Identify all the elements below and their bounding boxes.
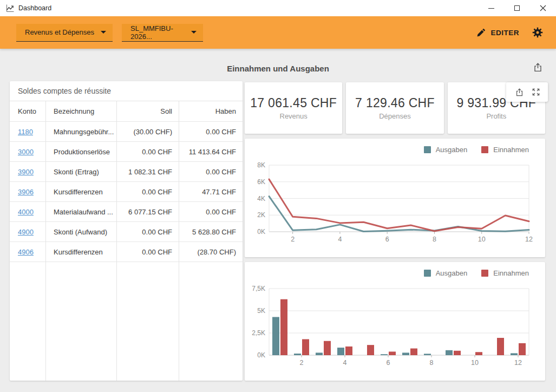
cell-konto: 1180 bbox=[10, 122, 46, 142]
kpi-card-depenses: 7 129.46 CHF Dépenses bbox=[346, 82, 443, 134]
svg-text:2: 2 bbox=[300, 359, 304, 367]
table-header-row: Konto Bezeichnung Soll Haben bbox=[10, 101, 243, 122]
table-row: 3000Produktionserlöse0.00 CHF11 413.64 C… bbox=[10, 142, 243, 162]
svg-text:6: 6 bbox=[387, 359, 390, 367]
cell-soll: 0.00 CHF bbox=[117, 142, 179, 162]
svg-text:10: 10 bbox=[471, 359, 479, 367]
cell-konto: 3900 bbox=[10, 162, 46, 182]
konto-link[interactable]: 3000 bbox=[18, 148, 34, 156]
file-select[interactable]: SL_MMFIBU-2026... bbox=[122, 24, 203, 42]
table-row: 4906Kursdifferenzen0.00 CHF(28.70 CHF) bbox=[10, 242, 243, 262]
maximize-button[interactable] bbox=[504, 0, 530, 16]
page-title: Einnahmen und Ausgaben bbox=[0, 64, 556, 73]
dashboard-content: Einnahmen und Ausgaben Soldes comptes de… bbox=[0, 49, 556, 392]
window-controls bbox=[478, 0, 556, 16]
minimize-button[interactable] bbox=[478, 0, 504, 16]
cell-haben: 5 628.80 CHF bbox=[179, 222, 243, 242]
table-body: 1180Mahnungsgebühr...(30.00 CHF)0.00 CHF… bbox=[10, 122, 243, 262]
cell-bezeichnung: Kursdifferenzen bbox=[46, 182, 117, 202]
edit-button-label: EDITER bbox=[490, 29, 519, 37]
kpi-value: 17 061.45 CHF bbox=[250, 96, 337, 110]
cell-konto: 4000 bbox=[10, 202, 46, 222]
svg-text:6K: 6K bbox=[257, 178, 265, 186]
kpi-label: Revenus bbox=[280, 112, 308, 120]
svg-text:2: 2 bbox=[291, 236, 295, 243]
cell-soll: 0.00 CHF bbox=[117, 242, 179, 262]
svg-text:4: 4 bbox=[338, 236, 342, 243]
chevron-down-icon bbox=[101, 31, 106, 34]
line-chart: 0K2K4K6K8K24681012 bbox=[245, 139, 545, 257]
close-button[interactable] bbox=[530, 0, 556, 16]
svg-text:8: 8 bbox=[430, 359, 434, 367]
konto-link[interactable]: 4906 bbox=[18, 248, 34, 256]
cell-soll: (30.00 CHF) bbox=[117, 122, 179, 142]
column-header-konto: Konto bbox=[10, 101, 46, 122]
kpi-card-revenus: 17 061.45 CHF Revenus bbox=[245, 82, 342, 134]
cell-soll: 1 082.31 CHF bbox=[117, 162, 179, 182]
minimize-icon bbox=[488, 8, 494, 9]
dashboard-select[interactable]: Revenus et Dépenses bbox=[16, 24, 113, 42]
svg-text:7,5K: 7,5K bbox=[252, 285, 265, 292]
table-row: 3906Kursdifferenzen0.00 CHF47.71 CHF bbox=[10, 182, 243, 202]
line-chart-card: AusgabenEinnahmen 0K2K4K6K8K24681012 bbox=[245, 139, 545, 257]
table-row: 4900Skonti (Aufwand)0.00 CHF5 628.80 CHF bbox=[10, 222, 243, 242]
kpi-label: Profits bbox=[486, 112, 506, 120]
settings-button[interactable] bbox=[532, 27, 543, 38]
konto-link[interactable]: 1180 bbox=[18, 128, 33, 136]
cell-konto: 4906 bbox=[10, 242, 46, 262]
konto-link[interactable]: 4000 bbox=[18, 208, 34, 216]
konto-link[interactable]: 3906 bbox=[18, 188, 34, 196]
table-row: 1180Mahnungsgebühr...(30.00 CHF)0.00 CHF bbox=[10, 122, 243, 142]
gear-icon bbox=[532, 27, 543, 38]
konto-link[interactable]: 4900 bbox=[18, 228, 34, 236]
cell-soll: 0.00 CHF bbox=[117, 222, 179, 242]
cell-haben: 0.00 CHF bbox=[179, 202, 243, 222]
cell-bezeichnung: Skonti (Ertrag) bbox=[46, 162, 117, 182]
cell-bezeichnung: Materialaufwand ... bbox=[46, 202, 117, 222]
svg-text:4: 4 bbox=[343, 359, 347, 367]
cell-haben: 47.71 CHF bbox=[179, 182, 243, 202]
konto-link[interactable]: 3900 bbox=[18, 168, 34, 176]
svg-text:10: 10 bbox=[478, 236, 486, 243]
svg-text:5K: 5K bbox=[257, 307, 265, 315]
edit-button[interactable]: EDITER bbox=[476, 28, 519, 37]
dashboard-chart-icon bbox=[5, 4, 15, 13]
close-icon bbox=[540, 5, 546, 11]
window-titlebar: Dashboard bbox=[0, 0, 556, 16]
cell-haben: (28.70 CHF) bbox=[179, 242, 243, 262]
cell-bezeichnung: Skonti (Aufwand) bbox=[46, 222, 117, 242]
bar-chart-card: AusgabenEinnahmen 0K2,5K5K7,5K24681012 bbox=[245, 262, 545, 381]
table-title: Soldes comptes de réussite bbox=[10, 81, 243, 101]
svg-text:8: 8 bbox=[433, 236, 436, 243]
svg-text:12: 12 bbox=[525, 236, 533, 243]
export-widget-button[interactable] bbox=[515, 88, 524, 97]
svg-text:4K: 4K bbox=[257, 195, 265, 202]
kpi-value: 7 129.46 CHF bbox=[355, 96, 435, 110]
pencil-icon bbox=[476, 28, 486, 37]
cell-bezeichnung: Mahnungsgebühr... bbox=[46, 122, 117, 142]
file-select-value: SL_MMFIBU-2026... bbox=[130, 24, 191, 41]
column-header-bezeichnung: Bezeichnung bbox=[46, 101, 117, 122]
dashboard-select-value: Revenus et Dépenses bbox=[25, 28, 94, 36]
cell-soll: 6 077.15 CHF bbox=[117, 202, 179, 222]
kpi-row: 17 061.45 CHF Revenus 7 129.46 CHF Dépen… bbox=[245, 82, 545, 134]
cell-bezeichnung: Kursdifferenzen bbox=[46, 242, 117, 262]
cell-haben: 0.00 CHF bbox=[179, 122, 243, 142]
table-empty-area bbox=[10, 262, 243, 381]
cell-konto: 3906 bbox=[10, 182, 46, 202]
widget-hover-toolbar bbox=[506, 82, 548, 102]
svg-text:2K: 2K bbox=[257, 211, 265, 219]
expand-widget-button[interactable] bbox=[532, 88, 540, 96]
cell-haben: 11 413.64 CHF bbox=[179, 142, 243, 162]
chevron-down-icon bbox=[191, 31, 197, 34]
kpi-label: Dépenses bbox=[379, 112, 411, 120]
app-toolbar: Revenus et Dépenses SL_MMFIBU-2026... ED… bbox=[0, 16, 556, 49]
table-row: 4000Materialaufwand ...6 077.15 CHF0.00 … bbox=[10, 202, 243, 222]
cell-haben: 0.00 CHF bbox=[179, 162, 243, 182]
export-dashboard-button[interactable] bbox=[533, 62, 543, 73]
maximize-icon bbox=[514, 5, 520, 11]
cell-konto: 4900 bbox=[10, 222, 46, 242]
bar-chart: 0K2,5K5K7,5K24681012 bbox=[245, 262, 545, 381]
svg-text:8K: 8K bbox=[257, 161, 265, 169]
table-row: 3900Skonti (Ertrag)1 082.31 CHF0.00 CHF bbox=[10, 162, 243, 182]
